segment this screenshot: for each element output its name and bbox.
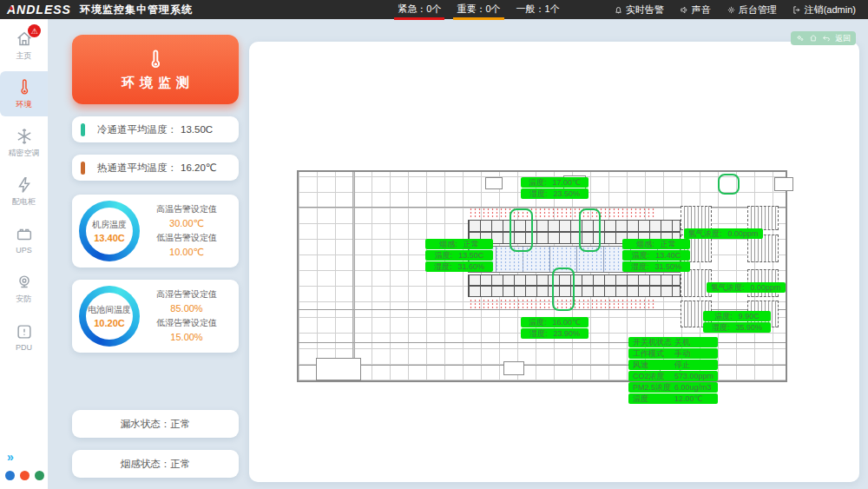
sensor-label: 烟感:正常温度:13.40C湿度:31.50% <box>622 239 690 273</box>
back-button[interactable]: 返回 <box>835 33 851 44</box>
room-temp-card: 机房温度 13.40C 高温告警设定值 30.00℃ 低温告警设定值 10.00… <box>72 195 239 268</box>
smoke-status-card: 烟感状态：正常 <box>72 450 239 478</box>
app-logo: ▲ ANDLESS <box>7 3 71 17</box>
plan-fixture <box>485 177 503 189</box>
floorplan[interactable]: 温度:17.00℃湿度:23.50%烟感:正常温度:13.50C湿度:31.60… <box>297 170 787 382</box>
home-icon[interactable] <box>809 34 818 43</box>
expand-chevron-icon[interactable]: » <box>0 450 48 464</box>
alert-badge: ⚠ <box>28 24 41 37</box>
plan-fixture <box>316 358 361 380</box>
sensor-label: 温度:9.90C湿度:35.90% <box>703 311 771 334</box>
environment-monitor-header[interactable]: 环境监测 <box>72 35 239 104</box>
sensor-label: 温度:17.00℃湿度:23.50% <box>521 177 589 200</box>
panel-title: 环境监测 <box>116 75 194 91</box>
admin-button[interactable]: 后台管理 <box>727 3 777 17</box>
gears-icon[interactable] <box>796 34 805 43</box>
sensor-highlight <box>579 208 601 252</box>
battery-temp-card: 电池间温度 10.20C 高湿告警设定值 85.00% 低湿告警设定值 15.0… <box>72 280 239 353</box>
sound-button[interactable]: 声音 <box>680 3 711 17</box>
cold-aisle-label: 冷通道平均温度： <box>97 123 177 136</box>
hot-aisle-value: 16.20℃ <box>181 162 217 174</box>
map-toolbar: 返回 <box>791 31 856 45</box>
hot-aisle-label: 热通道平均温度： <box>97 162 177 175</box>
thermometer-icon <box>15 78 34 97</box>
sidebar-item-environment[interactable]: 环境 <box>0 71 48 116</box>
plan-fixture <box>774 177 793 191</box>
plan-wall <box>352 172 355 380</box>
sensor-label: 烟感:正常温度:13.50C湿度:31.60% <box>425 239 493 273</box>
hot-aisle-card: 热通道平均温度： 16.20℃ <box>72 155 239 181</box>
sidebar: ⚠ 主页 环境 精密空调 配电柜 UPS 安防 PDU » <box>0 19 48 489</box>
app-title: 环境监控集中管理系统 <box>80 3 193 17</box>
battery-icon <box>15 225 34 244</box>
low-temp-alarm-value: 10.00℃ <box>140 245 233 260</box>
dot-green <box>35 471 44 480</box>
sensor-label: 氢气浓度:0.00ppm <box>707 282 786 294</box>
high-temp-alarm-label: 高温告警设定值 <box>140 202 233 216</box>
logout-icon <box>792 5 802 15</box>
low-humidity-alarm-label: 低湿告警设定值 <box>140 316 233 330</box>
sensor-label: 温度:16.00℃湿度:23.90% <box>521 317 589 340</box>
alarm-count-general[interactable]: 一般：1个 <box>516 3 560 17</box>
sidebar-item-precision-ac[interactable]: 精密空调 <box>0 120 48 165</box>
battery-rack <box>681 206 712 230</box>
water-leak-status-card: 漏水状态：正常 <box>72 410 239 438</box>
battery-temp-gauge: 电池间温度 10.20C <box>79 286 140 347</box>
thermometer-icon <box>144 49 167 71</box>
sidebar-item-security[interactable]: 安防 <box>0 266 48 311</box>
map-panel: 返回 温度:17.00℃湿度 <box>249 42 859 482</box>
topbar: ▲ ANDLESS 环境监控集中管理系统 紧急：0个 重要：0个 一般：1个 实… <box>0 0 868 19</box>
speaker-icon <box>680 5 689 15</box>
gear-icon <box>727 5 736 15</box>
status-dots <box>0 464 48 480</box>
cold-bar-icon <box>81 123 85 136</box>
outlet-icon <box>15 322 34 341</box>
camera-icon <box>15 273 34 292</box>
sidebar-item-home[interactable]: ⚠ 主页 <box>0 23 48 68</box>
dot-blue <box>5 471 15 480</box>
sensor-label: 氢气浓度:0.00ppm <box>684 228 763 240</box>
room-temp-gauge: 机房温度 13.40C <box>79 201 140 261</box>
sidebar-item-power-cabinet[interactable]: 配电柜 <box>0 169 48 214</box>
cold-aisle-card: 冷通道平均温度： 13.50C <box>72 116 239 142</box>
cold-aisle-value: 13.50C <box>181 124 213 135</box>
dot-orange <box>20 471 30 480</box>
logo-accent: ▲ <box>8 3 16 11</box>
sidebar-item-pdu[interactable]: PDU <box>0 314 48 360</box>
high-temp-alarm-value: 30.00℃ <box>140 216 233 231</box>
alarm-count-urgent[interactable]: 紧急：0个 <box>398 3 441 17</box>
bell-icon <box>614 5 623 15</box>
lightning-icon <box>15 175 34 195</box>
alarm-count-important[interactable]: 重要：0个 <box>457 3 500 17</box>
realtime-alarm-button[interactable]: 实时告警 <box>614 3 664 17</box>
high-humidity-alarm-value: 85.00% <box>140 301 233 316</box>
hot-aisle-zone <box>469 208 655 219</box>
sidebar-item-ups[interactable]: UPS <box>0 217 48 262</box>
low-humidity-alarm-value: 15.00% <box>140 330 233 345</box>
sensor-highlight <box>510 208 533 252</box>
hot-bar-icon <box>81 162 85 175</box>
environment-panel: 环境监测 冷通道平均温度： 13.50C 热通道平均温度： 16.20℃ 机房温… <box>48 19 249 489</box>
sensor-highlight <box>552 268 575 311</box>
high-humidity-alarm-label: 高湿告警设定值 <box>140 287 233 301</box>
logout-button[interactable]: 注销(admin) <box>792 3 856 17</box>
snowflake-icon <box>15 127 34 146</box>
sensor-highlight <box>718 174 740 195</box>
sensor-label: 开关机状态关机工作模式手动风速停止CO2浓度573.00ppmPM2.5浓度6.… <box>628 337 718 405</box>
plan-fixture <box>503 361 524 375</box>
battery-rack <box>747 206 779 230</box>
low-temp-alarm-label: 低温告警设定值 <box>140 231 233 245</box>
back-arrow-icon[interactable] <box>822 34 831 43</box>
